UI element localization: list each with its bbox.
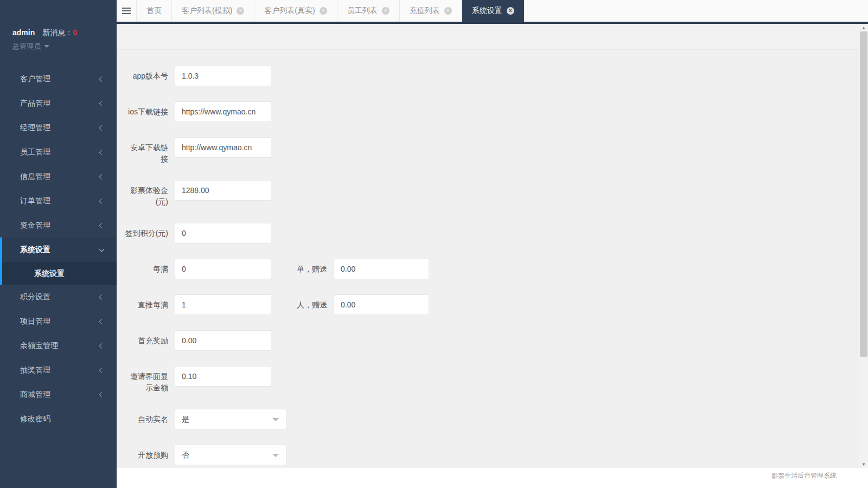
sidebar-item-3[interactable]: 员工管理	[0, 140, 117, 164]
form-label-10: 开放预购	[125, 445, 168, 461]
form-label-7: 首充奖励	[125, 330, 168, 346]
sidebar-group-8: 积分设置	[0, 285, 117, 309]
form-input-0[interactable]	[175, 66, 271, 86]
sidebar-item-label: 修改密码	[20, 414, 50, 423]
form-select-10[interactable]: 否	[175, 445, 286, 465]
sidebar-item-4[interactable]: 信息管理	[0, 164, 117, 189]
tab-label: 客户列表(真实)	[264, 6, 315, 16]
form-label2-5: 单，赠送	[273, 259, 327, 275]
tab-label: 客户列表(模拟)	[182, 6, 232, 16]
tab-close-icon[interactable]: ×	[382, 7, 390, 15]
tab-close-icon[interactable]: ×	[320, 7, 327, 15]
form-input2-5[interactable]	[334, 259, 429, 279]
tab-close-icon[interactable]: ×	[237, 7, 244, 15]
sidebar-item-1[interactable]: 产品管理	[0, 91, 117, 115]
chevron-left-icon	[99, 392, 105, 397]
form-row-0: app版本号	[125, 66, 868, 86]
tab-3[interactable]: 员工列表×	[337, 0, 400, 22]
form-row-6: 直推每满人，赠送	[125, 294, 868, 315]
form-row-7: 首充奖励	[125, 330, 868, 351]
sidebar-group-10: 余额宝管理	[0, 333, 117, 358]
sidebar-item-9[interactable]: 项目管理	[0, 309, 117, 333]
form-row-5: 每满单，赠送	[125, 259, 868, 279]
tabbar: 首页客户列表(模拟)×客户列表(真实)×员工列表×充值列表×系统设置×	[117, 0, 868, 24]
tab-2[interactable]: 客户列表(真实)×	[254, 0, 337, 22]
form-label-5: 每满	[125, 259, 168, 275]
form-label-8: 邀请界面显示金额	[125, 366, 168, 394]
tab-close-icon[interactable]: ×	[507, 7, 514, 15]
form-input-3[interactable]	[175, 180, 271, 201]
sidebar-item-12[interactable]: 商城管理	[0, 382, 117, 407]
form-input-8[interactable]	[175, 366, 271, 387]
tab-1[interactable]: 客户列表(模拟)×	[172, 0, 254, 22]
form-input-1[interactable]	[175, 101, 271, 122]
chevron-left-icon	[99, 198, 105, 204]
form-row-3: 影票体验金(元)	[125, 180, 868, 208]
content-area: app版本号ios下载链接安卓下载链接影票体验金(元)签到积分(元)每满单，赠送…	[117, 24, 868, 468]
form-input-7[interactable]	[175, 330, 271, 351]
sidebar-item-8[interactable]: 积分设置	[0, 285, 117, 309]
chevron-left-icon	[99, 343, 105, 349]
chevron-left-icon	[99, 101, 105, 106]
form-label-1: ios下载链接	[125, 101, 168, 118]
sidebar-item-label: 员工管理	[20, 147, 50, 156]
select-value: 否	[182, 445, 189, 465]
tab-list: 首页客户列表(模拟)×客户列表(真实)×员工列表×充值列表×系统设置×	[137, 0, 525, 22]
form-row-2: 安卓下载链接	[125, 137, 868, 165]
tab-0[interactable]: 首页	[137, 0, 172, 22]
sidebar-group-1: 产品管理	[0, 91, 117, 115]
chevron-left-icon	[99, 368, 105, 373]
sidebar-nav: 客户管理产品管理经理管理员工管理信息管理订单管理资金管理系统设置系统设置积分设置…	[0, 67, 117, 431]
tab-5[interactable]: 系统设置×	[462, 0, 525, 22]
sidebar-group-7: 系统设置系统设置	[0, 237, 117, 285]
sidebar-item-6[interactable]: 资金管理	[0, 213, 117, 237]
form-input-5[interactable]	[175, 259, 271, 279]
sidebar-group-9: 项目管理	[0, 309, 117, 333]
tab-label: 系统设置	[472, 6, 502, 16]
sidebar-item-2[interactable]: 经理管理	[0, 115, 117, 140]
sidebar-item-10[interactable]: 余额宝管理	[0, 333, 117, 358]
new-messages-label: 新消息：	[42, 28, 73, 37]
sidebar-item-label: 信息管理	[20, 172, 50, 181]
user-role-dropdown[interactable]: 总管理员	[12, 42, 117, 52]
username: admin	[12, 28, 35, 37]
form-select-9[interactable]: 是	[175, 409, 286, 429]
sidebar-item-11[interactable]: 抽奖管理	[0, 358, 117, 382]
admin-app: admin新消息：0 总管理员 客户管理产品管理经理管理员工管理信息管理订单管理…	[0, 0, 868, 488]
form-input2-6[interactable]	[334, 294, 429, 315]
sidebar-item-7[interactable]: 系统设置	[0, 237, 117, 262]
sidebar-item-label: 商城管理	[20, 390, 50, 399]
scroll-up-arrow-icon[interactable]: ▲	[859, 24, 868, 31]
sidebar-item-label: 余额宝管理	[20, 341, 58, 350]
chevron-left-icon	[99, 125, 105, 131]
footer-text: 影票生活后台管理系统	[771, 472, 837, 479]
chevron-left-icon	[99, 174, 105, 179]
chevron-left-icon	[99, 223, 105, 228]
sidebar-group-2: 经理管理	[0, 115, 117, 140]
user-info-line: admin新消息：0	[12, 28, 117, 38]
tab-4[interactable]: 充值列表×	[400, 0, 462, 22]
chevron-left-icon	[99, 319, 105, 324]
form-label-9: 自动实名	[125, 409, 168, 425]
chevron-down-icon	[99, 246, 105, 252]
select-caret-icon	[272, 418, 279, 421]
footer: 影票生活后台管理系统	[117, 468, 868, 488]
form-input-4[interactable]	[175, 223, 271, 243]
scrollbar-thumb[interactable]	[860, 31, 867, 357]
form-input-6[interactable]	[175, 294, 271, 315]
sidebar-item-5[interactable]: 订单管理	[0, 189, 117, 213]
menu-toggle-button[interactable]	[117, 0, 137, 22]
form-row-8: 邀请界面显示金额	[125, 366, 868, 394]
vertical-scrollbar[interactable]: ▲ ▼	[859, 24, 868, 468]
sidebar-item-13[interactable]: 修改密码	[0, 407, 117, 431]
select-caret-icon	[272, 454, 279, 457]
form-label-4: 签到积分(元)	[125, 223, 168, 239]
user-role-label: 总管理员	[12, 42, 41, 50]
sidebar-group-5: 订单管理	[0, 189, 117, 213]
sidebar-item-0[interactable]: 客户管理	[0, 67, 117, 91]
sidebar-item-label: 项目管理	[20, 317, 50, 325]
tab-close-icon[interactable]: ×	[444, 7, 452, 15]
sidebar-subitem-7-0[interactable]: 系统设置	[0, 262, 117, 285]
form-input-2[interactable]	[175, 137, 271, 158]
scroll-down-arrow-icon[interactable]: ▼	[859, 460, 868, 468]
